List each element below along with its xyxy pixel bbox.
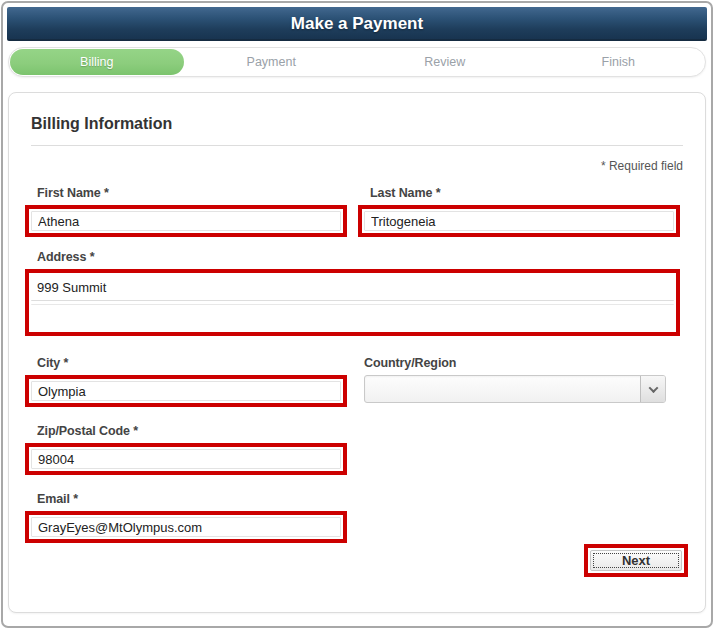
email-highlight [25, 511, 347, 543]
address-row: Address * [31, 250, 683, 336]
email-row: Email * [31, 492, 683, 543]
window-frame: Make a Payment Billing Payment Review Fi… [1, 1, 713, 628]
last-name-label: Last Name * [370, 186, 680, 200]
wizard-steps: Billing Payment Review Finish [8, 47, 706, 77]
chevron-down-icon [648, 383, 658, 393]
country-select-value [365, 376, 640, 402]
first-name-label: First Name * [37, 186, 347, 200]
first-name-group: First Name * [31, 186, 347, 237]
address-highlight [25, 269, 680, 336]
last-name-highlight [358, 205, 680, 237]
tab-billing[interactable]: Billing [10, 49, 184, 75]
email-label: Email * [37, 492, 347, 506]
city-country-row: City * Country/Region [31, 356, 683, 407]
country-select[interactable] [364, 375, 666, 403]
billing-panel: Billing Information * Required field Fir… [8, 92, 706, 613]
country-select-button[interactable] [640, 376, 665, 402]
email-field[interactable] [31, 517, 341, 537]
last-name-field[interactable] [364, 211, 674, 231]
tab-payment[interactable]: Payment [185, 48, 359, 76]
required-note: * Required field [31, 159, 683, 173]
city-field[interactable] [31, 381, 341, 401]
zip-highlight [25, 443, 347, 475]
zip-group: Zip/Postal Code * [31, 424, 347, 475]
last-name-group: Last Name * [364, 186, 680, 237]
country-label: Country/Region [364, 356, 680, 370]
zip-row: Zip/Postal Code * [31, 424, 683, 475]
address-line1-field[interactable] [31, 275, 674, 301]
city-highlight [25, 375, 347, 407]
page-header: Make a Payment [7, 7, 707, 41]
city-group: City * [31, 356, 347, 407]
city-label: City * [37, 356, 347, 370]
divider [31, 145, 683, 146]
country-group: Country/Region [364, 356, 680, 407]
zip-field[interactable] [31, 449, 341, 469]
email-group: Email * [31, 492, 347, 543]
zip-label: Zip/Postal Code * [37, 424, 347, 438]
address-group: Address * [31, 250, 680, 336]
section-title: Billing Information [31, 115, 683, 133]
next-button[interactable]: Next [590, 550, 682, 571]
tab-review[interactable]: Review [358, 48, 532, 76]
address-line2-field[interactable] [31, 304, 674, 330]
address-label: Address * [37, 250, 680, 264]
next-button-highlight: Next [584, 544, 688, 577]
page-title: Make a Payment [291, 14, 423, 33]
name-row: First Name * Last Name * [31, 186, 683, 237]
first-name-highlight [25, 205, 347, 237]
tab-finish[interactable]: Finish [532, 48, 706, 76]
first-name-field[interactable] [31, 211, 341, 231]
